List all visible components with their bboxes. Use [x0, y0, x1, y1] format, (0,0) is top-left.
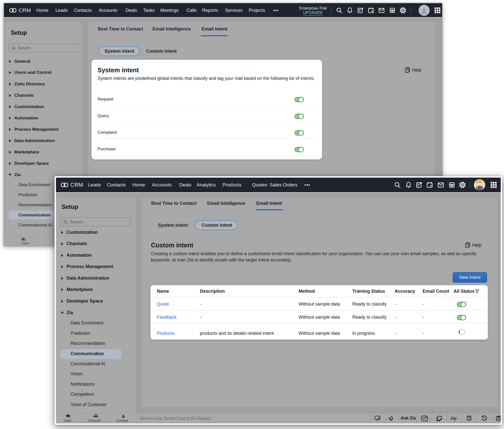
svg-text:Zia: Zia [450, 416, 457, 421]
